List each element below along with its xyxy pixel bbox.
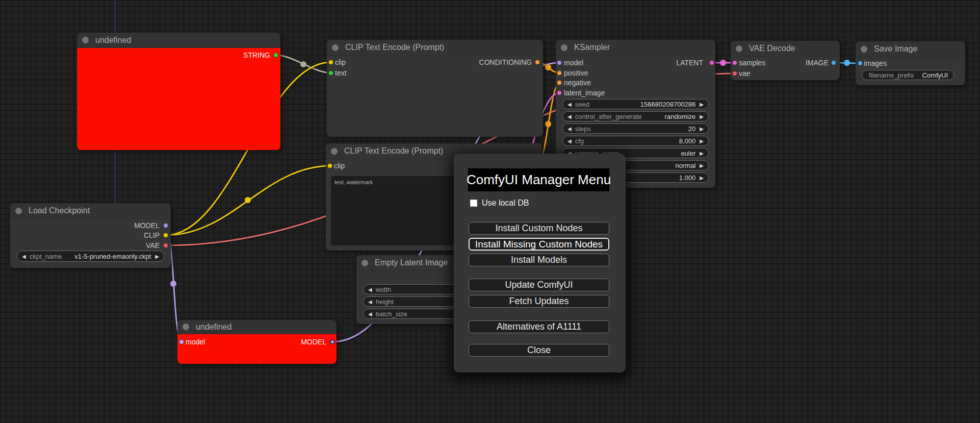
widget-ckpt-name[interactable]: ◀ ckpt_name v1-5-pruned-emaonly.ckpt ▶ [17, 251, 164, 262]
output-slot-model[interactable]: MODEL [301, 337, 326, 347]
node-titlebar[interactable]: Save Image [856, 41, 965, 57]
node-save-image[interactable]: Save Image images filename_prefix ComfyU… [856, 41, 965, 85]
input-dot-vae[interactable] [732, 71, 737, 76]
widget-value: v1-5-pruned-emaonly.ckpt [74, 253, 151, 260]
output-slot-conditioning[interactable]: CONDITIONING [479, 57, 532, 67]
output-dot-model[interactable] [330, 339, 335, 344]
widget-filename-prefix[interactable]: filename_prefix ComfyUI [862, 70, 954, 80]
wire-dot-negative[interactable] [545, 121, 551, 127]
node-clip-text-encode-1[interactable]: CLIP Text Encode (Prompt) clip text COND… [327, 40, 543, 137]
input-slot-clip[interactable]: clip [335, 57, 346, 67]
node-titlebar[interactable]: VAE Decode [731, 41, 840, 57]
input-slot-model[interactable]: model [186, 337, 205, 347]
output-label: VAE [146, 241, 160, 250]
close-button[interactable]: Close [469, 344, 609, 357]
output-slot-image[interactable]: IMAGE [806, 58, 829, 68]
node-collapse-dot-icon[interactable] [15, 208, 22, 214]
install-custom-nodes-button[interactable]: Install Custom Nodes [469, 222, 609, 235]
node-titlebar[interactable]: undefined [77, 33, 280, 48]
increment-arrow-icon[interactable]: ▶ [700, 163, 704, 168]
input-slot-vae[interactable]: vae [739, 68, 751, 79]
output-dot-clip[interactable] [163, 233, 168, 238]
input-slot-model[interactable]: model [564, 58, 583, 68]
input-slot-clip[interactable]: clip [334, 161, 345, 171]
increment-arrow-icon[interactable]: ▶ [700, 102, 704, 107]
decrement-arrow-icon[interactable]: ◀ [368, 299, 372, 305]
update-comfyui-button[interactable]: Update ComfyUI [469, 279, 609, 291]
node-collapse-dot-icon[interactable] [183, 324, 189, 330]
fetch-updates-button[interactable]: Fetch Updates [469, 295, 609, 308]
wire-dot-image[interactable] [844, 60, 850, 66]
output-slot-vae[interactable]: VAE [146, 240, 160, 251]
wire-dot-latent[interactable] [720, 60, 726, 66]
input-dot-negative[interactable] [557, 80, 562, 85]
decrement-arrow-icon[interactable]: ◀ [368, 287, 372, 292]
increment-arrow-icon[interactable]: ▶ [155, 254, 159, 259]
node-collapse-dot-icon[interactable] [362, 260, 368, 266]
input-dot-clip[interactable] [328, 60, 333, 65]
output-dot-latent[interactable] [709, 60, 714, 65]
decrement-arrow-icon[interactable]: ◀ [568, 126, 572, 132]
decrement-arrow-icon[interactable]: ◀ [568, 102, 572, 107]
increment-arrow-icon[interactable]: ▶ [700, 151, 704, 156]
output-dot-image[interactable] [831, 60, 836, 65]
decrement-arrow-icon[interactable]: ◀ [368, 311, 372, 317]
output-dot-vae[interactable] [163, 243, 168, 248]
input-dot-positive[interactable] [557, 70, 562, 76]
input-slot-images[interactable]: images [864, 58, 887, 68]
input-dot-clip[interactable] [327, 163, 332, 168]
input-dot-model[interactable] [557, 60, 562, 65]
output-dot-model[interactable] [163, 223, 168, 228]
input-dot-latent-image[interactable] [557, 90, 562, 95]
widget-steps[interactable]: ◀ steps 20 ▶ [562, 123, 709, 134]
node-load-checkpoint[interactable]: Load Checkpoint MODEL CLIP VAE ◀ ckpt_na… [10, 203, 171, 268]
install-missing-custom-nodes-button[interactable]: Install Missing Custom Nodes [469, 238, 609, 251]
input-dot-samples[interactable] [732, 60, 737, 65]
node-vae-decode[interactable]: VAE Decode samples vae IMAGE [731, 41, 840, 80]
output-dot-conditioning[interactable] [535, 60, 540, 65]
input-slot-latent-image[interactable]: latent_image [564, 88, 605, 98]
alternatives-of-a1111-button[interactable]: Alternatives of A1111 [469, 320, 609, 333]
node-titlebar[interactable]: Load Checkpoint [10, 203, 171, 219]
node-undefined-bottom[interactable]: undefined model MODEL [177, 320, 337, 364]
wire-dot-model[interactable] [170, 281, 176, 287]
widget-cfg[interactable]: ◀ cfg 8.000 ▶ [562, 136, 709, 146]
increment-arrow-icon[interactable]: ▶ [700, 114, 704, 119]
input-dot-model[interactable] [179, 339, 184, 344]
increment-arrow-icon[interactable]: ▶ [700, 175, 704, 181]
decrement-arrow-icon[interactable]: ◀ [22, 254, 26, 259]
output-slot-string[interactable]: STRING [77, 50, 270, 60]
input-slot-text[interactable]: text [335, 68, 347, 78]
input-slot-positive[interactable]: positive [564, 68, 588, 78]
node-collapse-dot-icon[interactable] [332, 44, 339, 51]
wire-dot-positive[interactable] [545, 64, 551, 70]
input-slot-negative[interactable]: negative [564, 78, 591, 88]
node-titlebar[interactable]: undefined [177, 320, 337, 334]
node-collapse-dot-icon[interactable] [82, 37, 89, 43]
input-slot-samples[interactable]: samples [739, 58, 765, 68]
decrement-arrow-icon[interactable]: ◀ [568, 114, 572, 119]
node-collapse-dot-icon[interactable] [561, 44, 568, 51]
widget-seed[interactable]: ◀ seed 156680208700286 ▶ [562, 99, 709, 109]
output-slot-model[interactable]: MODEL [134, 220, 160, 231]
input-dot-text[interactable] [328, 70, 333, 76]
output-slot-clip[interactable]: CLIP [144, 230, 160, 240]
input-dot-images[interactable] [858, 61, 863, 66]
output-dot-string[interactable] [273, 53, 278, 58]
wire-dot-clip2[interactable] [245, 197, 251, 203]
output-slot-latent[interactable]: LATENT [676, 58, 703, 68]
node-titlebar[interactable]: KSampler [556, 40, 715, 56]
node-collapse-dot-icon[interactable] [331, 148, 338, 155]
node-collapse-dot-icon[interactable] [736, 45, 742, 52]
widget-control-after-generate[interactable]: ◀ control_after_generate randomize ▶ [562, 111, 709, 121]
use-local-db-checkbox[interactable] [470, 200, 477, 207]
node-titlebar[interactable]: CLIP Text Encode (Prompt) [327, 40, 543, 56]
install-models-button[interactable]: Install Models [469, 254, 609, 266]
node-collapse-dot-icon[interactable] [861, 46, 867, 53]
decrement-arrow-icon[interactable]: ◀ [568, 138, 572, 144]
node-undefined-top[interactable]: undefined STRING [77, 33, 280, 150]
increment-arrow-icon[interactable]: ▶ [700, 138, 704, 144]
node-graph-canvas[interactable]: undefined STRING CLIP Text Encode (Promp… [0, 0, 980, 423]
increment-arrow-icon[interactable]: ▶ [700, 126, 704, 132]
wire-dot-string[interactable] [300, 61, 306, 67]
